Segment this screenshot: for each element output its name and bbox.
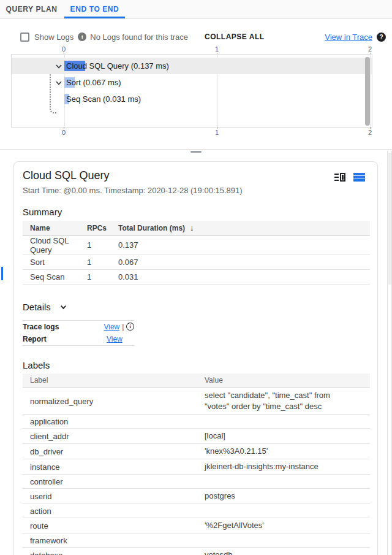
span-title: Cloud SQL Query bbox=[23, 169, 369, 182]
info-outline-icon[interactable]: i bbox=[126, 323, 134, 331]
report-row: Report View bbox=[23, 333, 134, 345]
summary-cell-name: Sort bbox=[23, 255, 87, 269]
details-scrollbar-track bbox=[387, 151, 392, 555]
label-key: client_addr bbox=[23, 429, 205, 444]
label-row: database votesdb bbox=[23, 548, 370, 555]
axis-tick-label: 1 bbox=[215, 45, 219, 53]
summary-row: Seq Scan 1 0.031 bbox=[23, 269, 370, 284]
label-row: application bbox=[23, 415, 370, 429]
timeline-scrollbar[interactable] bbox=[365, 57, 370, 126]
span-label: Sort (0.067 ms) bbox=[66, 74, 121, 91]
toolbar: Show Logs i No Logs found for this trace… bbox=[0, 28, 392, 45]
summary-col-duration-label: Total Duration (ms) bbox=[118, 224, 185, 232]
details-heading[interactable]: Details bbox=[23, 302, 369, 312]
trace-logs-view-link[interactable]: View bbox=[104, 323, 119, 331]
chevron-down-icon[interactable] bbox=[59, 303, 67, 311]
chevron-down-icon[interactable] bbox=[55, 62, 63, 71]
view-in-trace-link[interactable]: View in Trace bbox=[325, 33, 372, 42]
info-icon[interactable]: i bbox=[78, 33, 86, 41]
details-heading-label: Details bbox=[23, 302, 51, 312]
summary-col-rpcs: RPCs bbox=[87, 221, 118, 235]
tab-query-plan-label: QUERY PLAN bbox=[6, 5, 57, 13]
label-value: 'knex%3A0.21.15' bbox=[205, 444, 370, 459]
axis-tick-label: 2 bbox=[368, 129, 372, 136]
collapse-all-button[interactable]: COLLAPSE ALL bbox=[205, 33, 265, 41]
sort-descending-icon[interactable]: ↓ bbox=[190, 223, 194, 232]
labels-header-row: Label Value bbox=[23, 373, 370, 388]
summary-row: Cloud SQL Query 1 0.137 bbox=[23, 235, 370, 255]
side-panel-view-icon[interactable] bbox=[334, 173, 345, 182]
label-row: controller bbox=[23, 475, 370, 489]
summary-heading: Summary bbox=[23, 207, 369, 217]
summary-cell-duration: 0.137 bbox=[118, 235, 370, 255]
label-row: route '%2FgetAllVotes' bbox=[23, 518, 370, 534]
label-key: framework bbox=[23, 534, 205, 548]
span-subtitle: Start Time: @0.00 ms. Timestamp: 2020-12… bbox=[23, 186, 369, 195]
timeline-span-cloud-sql-query[interactable]: Cloud SQL Query (0.137 ms) bbox=[12, 58, 372, 74]
tab-bar: QUERY PLAN END TO END bbox=[0, 0, 392, 19]
label-key: application bbox=[23, 415, 205, 429]
label-value: '%2FgetAllVotes' bbox=[205, 518, 370, 534]
panel-divider bbox=[0, 149, 392, 150]
trace-logs-label: Trace logs bbox=[23, 323, 104, 331]
summary-cell-rpcs: 1 bbox=[87, 235, 118, 255]
axis-tick-label: 0 bbox=[62, 129, 66, 136]
summary-cell-rpcs: 1 bbox=[87, 269, 118, 284]
summary-cell-rpcs: 1 bbox=[87, 255, 118, 269]
report-label: Report bbox=[23, 335, 107, 343]
span-details-card: Cloud SQL Query Start Time: @0.00 ms. Ti… bbox=[13, 161, 378, 555]
trace-logs-row: Trace logs View | i bbox=[23, 321, 134, 333]
details-links-table: Trace logs View | i Report View bbox=[23, 320, 134, 346]
span-label: Seq Scan (0.031 ms) bbox=[66, 91, 141, 107]
label-value: [local] bbox=[205, 429, 370, 444]
label-value bbox=[205, 534, 370, 548]
details-scrollbar-thumb[interactable] bbox=[388, 153, 391, 285]
trace-end-to-end-view: QUERY PLAN END TO END Show Logs i No Log… bbox=[0, 0, 392, 555]
timeline-axis-bottom: 0 1 2 bbox=[0, 129, 392, 137]
label-key: normalized_query bbox=[23, 388, 205, 415]
panel-resize-handle[interactable] bbox=[190, 151, 202, 153]
tab-end-to-end-label: END TO END bbox=[70, 5, 119, 13]
show-logs-checkbox[interactable] bbox=[20, 33, 29, 42]
label-value bbox=[205, 475, 370, 489]
label-key: db_driver bbox=[23, 444, 205, 459]
summary-header-row: Name RPCs Total Duration (ms)↓ bbox=[23, 221, 370, 235]
label-value: jkleinert-db-insights:my-instance bbox=[205, 459, 370, 475]
summary-col-duration[interactable]: Total Duration (ms)↓ bbox=[118, 221, 370, 235]
summary-row: Sort 1 0.067 bbox=[23, 255, 370, 269]
report-view-link[interactable]: View bbox=[107, 335, 123, 343]
summary-cell-name: Seq Scan bbox=[23, 269, 87, 284]
summary-table: Name RPCs Total Duration (ms)↓ Cloud SQL… bbox=[23, 221, 370, 285]
label-key: instance bbox=[23, 459, 205, 475]
link-separator: | bbox=[122, 323, 124, 331]
help-icon[interactable]: ? bbox=[377, 33, 386, 42]
label-value: select "candidate", "time_cast" from "vo… bbox=[205, 388, 370, 415]
label-key: userid bbox=[23, 489, 205, 504]
timeline-span-sort[interactable]: Sort (0.067 ms) bbox=[12, 74, 372, 91]
tab-end-to-end[interactable]: END TO END bbox=[63, 0, 126, 18]
labels-table: Label Value normalized_query select "can… bbox=[23, 373, 370, 555]
timeline-span-seq-scan[interactable]: Seq Scan (0.031 ms) bbox=[12, 91, 372, 107]
label-key: controller bbox=[23, 475, 205, 489]
label-row: userid postgres bbox=[23, 489, 370, 504]
label-row: client_addr [local] bbox=[23, 429, 370, 444]
axis-tick-label: 0 bbox=[62, 45, 66, 53]
summary-cell-duration: 0.031 bbox=[118, 269, 370, 284]
label-row: instance jkleinert-db-insights:my-instan… bbox=[23, 459, 370, 475]
label-value: postgres bbox=[205, 489, 370, 504]
no-logs-text: No Logs found for this trace bbox=[90, 33, 188, 42]
view-toggle-icons bbox=[334, 173, 365, 182]
label-row: db_driver 'knex%3A0.21.15' bbox=[23, 444, 370, 459]
list-view-icon[interactable] bbox=[353, 173, 365, 182]
label-row: normalized_query select "candidate", "ti… bbox=[23, 388, 370, 415]
chevron-down-icon[interactable] bbox=[55, 78, 63, 87]
axis-tick-label: 2 bbox=[368, 45, 372, 53]
show-logs-label: Show Logs bbox=[34, 33, 74, 42]
label-row: action bbox=[23, 504, 370, 518]
label-value: votesdb bbox=[205, 548, 370, 555]
axis-tick-label: 1 bbox=[215, 129, 219, 136]
span-timeline-panel: Cloud SQL Query (0.137 ms) Sort (0.067 m… bbox=[11, 54, 372, 128]
labels-col-value: Value bbox=[205, 373, 370, 388]
tab-query-plan[interactable]: QUERY PLAN bbox=[0, 0, 63, 18]
label-key: database bbox=[23, 548, 205, 555]
